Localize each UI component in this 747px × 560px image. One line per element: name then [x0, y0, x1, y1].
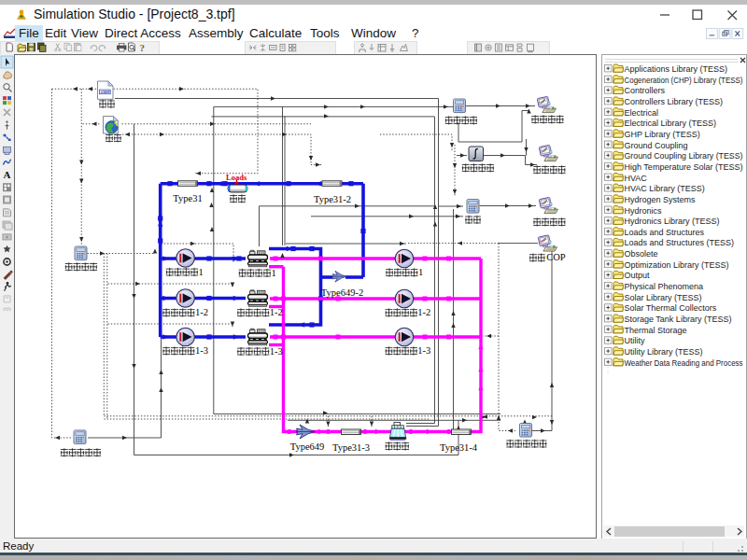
- svg-text:Cogeneration (CHP) Library (TE: Cogeneration (CHP) Library (TESS): [625, 76, 743, 85]
- svg-text:Utility: Utility: [625, 336, 645, 345]
- svg-text:Controllers Library (TESS): Controllers Library (TESS): [625, 97, 724, 106]
- svg-text:Applications Library (TESS): Applications Library (TESS): [625, 64, 728, 74]
- svg-text:Utility Library (TESS): Utility Library (TESS): [625, 347, 703, 357]
- svg-text:Loads and Structures: Loads and Structures: [625, 228, 705, 237]
- svg-text:COP: COP: [546, 252, 566, 262]
- svg-text:Ground Coupling Library (TESS): Ground Coupling Library (TESS): [625, 151, 743, 161]
- svg-text:HVAC Library (TESS): HVAC Library (TESS): [625, 184, 705, 193]
- svg-text:1-3: 1-3: [417, 345, 430, 356]
- svg-text:Storage Tank Library (TESS): Storage Tank Library (TESS): [625, 315, 732, 324]
- svg-text:Hydronics: Hydronics: [625, 206, 663, 216]
- svg-text:High Temperature Solar (TESS): High Temperature Solar (TESS): [625, 162, 743, 172]
- svg-text:1: 1: [418, 267, 423, 277]
- svg-text:Physical Phenomena: Physical Phenomena: [625, 282, 704, 291]
- svg-text:Type649: Type649: [290, 441, 325, 452]
- svg-text:Type31-4: Type31-4: [440, 442, 478, 453]
- svg-text:Hydronics Library (TESS): Hydronics Library (TESS): [625, 217, 720, 226]
- svg-text:Ground Coupling: Ground Coupling: [625, 141, 688, 150]
- svg-text:Type31: Type31: [173, 193, 202, 203]
- svg-text:1: 1: [271, 268, 275, 278]
- svg-text:Weather Data Reading and Proce: Weather Data Reading and Process: [625, 358, 743, 368]
- svg-text:Controllers: Controllers: [625, 86, 666, 95]
- svg-text:Hydrogen Systems: Hydrogen Systems: [625, 195, 697, 204]
- svg-text:1-2: 1-2: [417, 307, 430, 317]
- svg-text:1: 1: [199, 267, 204, 277]
- svg-text:A: A: [4, 169, 11, 180]
- svg-text:1-2: 1-2: [270, 307, 283, 317]
- svg-text:Type31-2: Type31-2: [314, 194, 351, 204]
- svg-text:?: ?: [140, 42, 146, 53]
- svg-text:Electrical: Electrical: [625, 108, 659, 118]
- svg-text:Thermal Storage: Thermal Storage: [625, 326, 687, 335]
- svg-text:Type31-3: Type31-3: [332, 442, 370, 453]
- svg-text:HVAC: HVAC: [625, 174, 648, 183]
- svg-text:Solar Thermal Collectors: Solar Thermal Collectors: [625, 303, 717, 313]
- svg-text:Solar Library (TESS): Solar Library (TESS): [625, 293, 702, 302]
- svg-text:Output: Output: [625, 271, 651, 280]
- svg-text:1-2: 1-2: [195, 307, 208, 317]
- svg-text:Optimization Library (TESS): Optimization Library (TESS): [625, 260, 729, 270]
- svg-text:Type649-2: Type649-2: [321, 287, 363, 298]
- svg-text:1-3: 1-3: [270, 346, 283, 357]
- svg-text:GHP Library (TESS): GHP Library (TESS): [625, 130, 700, 139]
- svg-text:1-3: 1-3: [195, 345, 208, 356]
- svg-text:Obsolete: Obsolete: [625, 249, 658, 259]
- svg-text:Electrical Library (TESS): Electrical Library (TESS): [625, 119, 717, 128]
- svg-text:Loads and Structures (TESS): Loads and Structures (TESS): [625, 238, 735, 247]
